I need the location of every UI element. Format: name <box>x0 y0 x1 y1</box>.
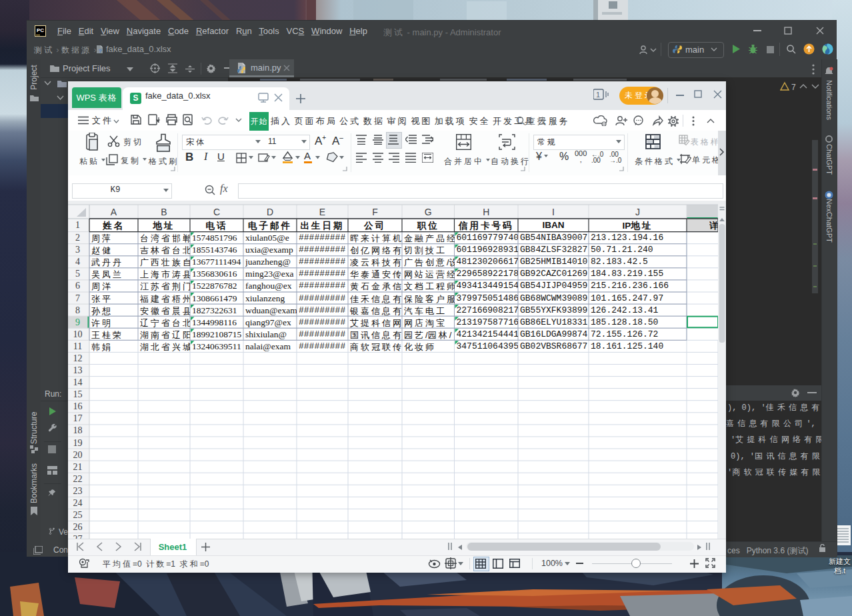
svg-text:7: 7 <box>791 83 796 92</box>
svg-text:?: ? <box>99 48 102 54</box>
